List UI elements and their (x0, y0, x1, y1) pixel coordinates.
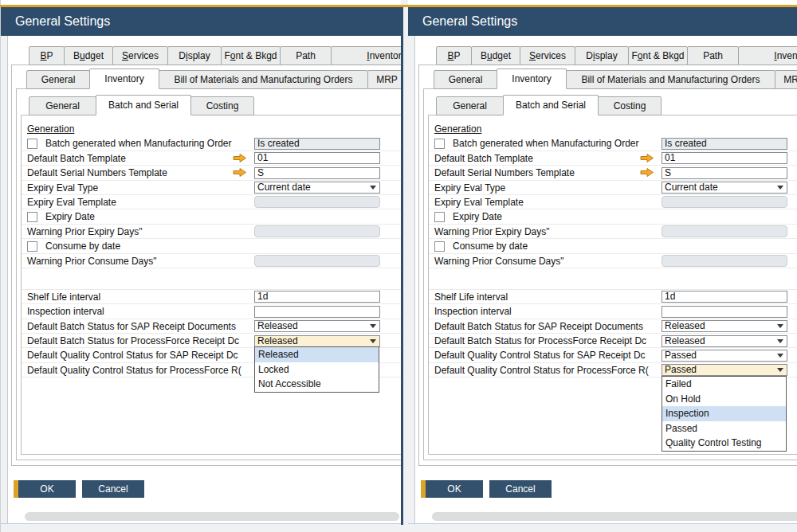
shelf-life-label: Shelf Life interval (27, 290, 100, 304)
cancel-button[interactable]: Cancel (82, 480, 144, 498)
expiry-eval-type-label: Expiry Eval Type (27, 181, 98, 195)
tab-display[interactable]: Display (575, 46, 629, 65)
window-titlebar[interactable]: General Settings (408, 7, 797, 36)
tab-bom-orders[interactable]: Bill of Materials and Manufacturing Orde… (566, 70, 775, 89)
batch-status-pf-dropdown-open[interactable]: Released (254, 335, 380, 347)
expiry-eval-type-dropdown[interactable]: Current date (254, 182, 380, 194)
link-arrow-icon[interactable] (233, 167, 247, 178)
consume-by-date-checkbox[interactable] (434, 241, 445, 252)
warning-prior-consume-field (254, 255, 380, 267)
dropdown-caret-icon (777, 368, 783, 372)
window-titlebar[interactable]: General Settings (1, 7, 401, 36)
link-arrow-icon[interactable] (640, 167, 654, 178)
tab-mrp[interactable]: MRP (367, 70, 401, 89)
tab-services[interactable]: Services (112, 46, 168, 65)
tab-batch-and-serial[interactable]: Batch and Serial (96, 95, 191, 115)
ok-button[interactable]: OK (426, 480, 483, 498)
tab-budget[interactable]: Budget (471, 46, 520, 65)
default-batch-template-row: Default Batch Template 01 (429, 151, 797, 166)
tab-general-l3[interactable]: General (29, 96, 96, 115)
tab-inventory-top[interactable]: Inventory (331, 46, 401, 65)
dropdown-option-failed[interactable]: Failed (662, 377, 786, 392)
expiry-eval-template-row: Expiry Eval Template (22, 195, 401, 209)
generation-header: Generation (27, 122, 74, 136)
general-settings-window-left: General Settings BP Budget Services Disp… (0, 0, 401, 532)
cancel-button[interactable]: Cancel (489, 480, 552, 498)
link-arrow-icon[interactable] (640, 153, 654, 163)
tab-bp[interactable]: BP (436, 46, 472, 65)
tab-general-l2[interactable]: General (434, 70, 497, 89)
window-body: BP Budget Services Display Font & Bkgd P… (408, 36, 797, 532)
tab-bom-orders[interactable]: Bill of Materials and Manufacturing Orde… (159, 70, 368, 89)
batch-generated-checkbox[interactable] (434, 139, 445, 149)
tab-batch-and-serial[interactable]: Batch and Serial (503, 95, 599, 115)
shelf-life-input[interactable]: 1d (254, 291, 380, 303)
tab-inventory-top[interactable]: Inventory (738, 46, 797, 65)
tab-costing[interactable]: Costing (190, 96, 254, 115)
batch-status-sap-dropdown[interactable]: Released (254, 320, 380, 332)
batch-serial-form: Generation Batch generated when Manufact… (22, 122, 401, 377)
qc-status-sap-dropdown[interactable]: Passed (662, 350, 787, 362)
warning-prior-consume-label: Warning Prior Consume Days" (434, 254, 564, 268)
expiry-eval-type-dropdown[interactable]: Current date (662, 182, 787, 194)
expiry-eval-template-label: Expiry Eval Template (27, 195, 116, 209)
consume-by-date-row: Consume by date (429, 239, 797, 253)
warning-prior-expiry-label: Warning Prior Expiry Days" (434, 225, 550, 239)
dropdown-option-released[interactable]: Released (255, 347, 379, 362)
tab-inventory-l2[interactable]: Inventory (89, 68, 159, 89)
default-serial-template-input[interactable]: S (662, 167, 787, 179)
horizontal-scrollbar[interactable] (432, 512, 797, 521)
inspection-interval-input[interactable] (254, 306, 380, 318)
dropdown-option-inspection[interactable]: Inspection (662, 406, 786, 421)
dropdown-caret-icon (777, 354, 783, 358)
general-settings-window-right: General Settings BP Budget Services Disp… (408, 0, 797, 532)
shelf-life-input[interactable]: 1d (662, 291, 787, 303)
dialog-buttons: OK Cancel (421, 480, 552, 498)
dropdown-caret-icon (777, 324, 783, 328)
inspection-interval-row: Inspection interval (22, 304, 401, 319)
expiry-eval-type-label: Expiry Eval Type (434, 181, 505, 195)
tab-font-bkgd[interactable]: Font & Bkgd (221, 46, 281, 65)
qc-status-sap-label: Default Quality Control Status for SAP R… (27, 348, 238, 362)
link-arrow-icon[interactable] (233, 153, 247, 163)
batch-status-sap-row: Default Batch Status for SAP Receipt Doc… (429, 319, 797, 334)
dropdown-option-passed[interactable]: Passed (662, 421, 786, 436)
dropdown-option-not-accessible[interactable]: Not Accessible (255, 377, 379, 392)
default-batch-template-input[interactable]: 01 (254, 152, 380, 164)
tab-costing[interactable]: Costing (598, 96, 662, 115)
inspection-interval-input[interactable] (662, 306, 787, 318)
ok-button[interactable]: OK (18, 480, 76, 498)
consume-by-date-checkbox[interactable] (27, 241, 37, 252)
dropdown-option-on-hold[interactable]: On Hold (662, 392, 786, 407)
tab-path[interactable]: Path (687, 46, 739, 65)
batch-status-pf-dropdown[interactable]: Released (662, 335, 787, 347)
dropdown-option-qc-testing[interactable]: Quality Control Testing (662, 436, 786, 451)
tab-mrp[interactable]: MRP (775, 70, 797, 89)
expiry-date-checkbox[interactable] (27, 212, 37, 222)
warning-prior-expiry-row: Warning Prior Expiry Days" (22, 225, 401, 239)
tab-path[interactable]: Path (280, 46, 332, 65)
dropdown-option-locked[interactable]: Locked (255, 362, 379, 377)
form-spacer (429, 268, 797, 290)
batch-status-sap-row: Default Batch Status for SAP Receipt Doc… (22, 319, 401, 334)
tab-font-bkgd[interactable]: Font & Bkgd (628, 46, 688, 65)
horizontal-scrollbar[interactable] (25, 512, 399, 521)
batch-generated-checkbox[interactable] (27, 139, 37, 149)
expiry-date-checkbox[interactable] (434, 212, 445, 222)
default-serial-template-input[interactable]: S (254, 167, 380, 179)
tab-general-l2[interactable]: General (26, 70, 90, 89)
batch-serial-form: Generation Batch generated when Manufact… (429, 122, 797, 377)
expiry-date-label: Expiry Date (45, 209, 95, 224)
tab-display[interactable]: Display (167, 46, 222, 65)
default-batch-template-input[interactable]: 01 (662, 152, 787, 164)
batch-status-sap-dropdown[interactable]: Released (662, 320, 787, 332)
tab-general-l3[interactable]: General (436, 96, 504, 115)
consume-by-date-row: Consume by date (22, 239, 401, 253)
inspection-interval-label: Inspection interval (434, 304, 512, 319)
tab-budget[interactable]: Budget (64, 46, 113, 65)
tab-inventory-l2[interactable]: Inventory (497, 68, 567, 89)
qc-status-pf-dropdown-open[interactable]: Passed (662, 364, 787, 376)
warning-prior-expiry-field (662, 225, 787, 237)
tab-services[interactable]: Services (520, 46, 575, 65)
tab-bp[interactable]: BP (29, 46, 65, 65)
